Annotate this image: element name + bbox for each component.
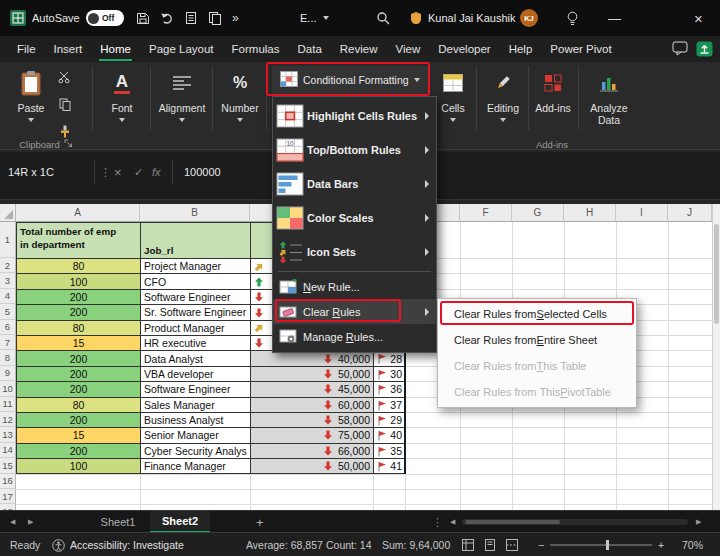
column-header-J[interactable]: J [668,204,712,222]
row-number[interactable]: 17 [0,489,16,504]
menu-item-new-rule-[interactable]: New Rule... [273,274,436,299]
cell-job-role[interactable]: Software Engineer [141,382,251,397]
paste-button[interactable]: Paste [8,66,54,122]
font-button[interactable]: A Font [96,66,148,122]
cell-salary[interactable]: 40,000 [251,351,374,366]
zoom-slider[interactable] [550,544,652,546]
analyze-data-button[interactable]: Analyze Data [582,66,636,126]
view-normal-icon[interactable] [462,533,474,556]
row-number[interactable]: 14 [0,443,16,458]
cell-age[interactable]: 40 [374,428,406,443]
dialog-launcher-icon[interactable] [64,139,73,150]
select-all-corner[interactable] [0,204,16,222]
zoom-out-icon[interactable]: − [538,533,544,556]
copy-icon[interactable] [59,97,71,115]
row-number[interactable]: 16 [0,474,16,489]
cell-job-role[interactable]: Product Manager [141,321,251,336]
row-number[interactable]: 9 [0,366,16,381]
lightbulb-icon[interactable] [566,0,579,36]
name-box-more-icon[interactable]: ⋮ [100,160,111,184]
row-number[interactable]: 15 [0,458,16,473]
row-number[interactable]: 1 [0,222,16,258]
document-title[interactable]: E... [300,0,329,36]
submenu-item-clear-rules-from-entire-sheet[interactable]: Clear Rules from Entire Sheet [438,327,636,353]
row-number[interactable]: 11 [0,397,16,412]
cell-salary[interactable]: 45,000 [251,382,374,397]
close-button[interactable]: × [694,0,703,36]
row-number[interactable]: 10 [0,381,16,396]
row-number[interactable]: 6 [0,320,16,335]
cell-emp-count[interactable]: 15 [17,336,141,351]
cell-job-role[interactable]: Senior Manager [141,428,251,443]
zoom-in-icon[interactable]: + [658,533,664,556]
document-icon[interactable] [184,0,198,36]
sheet-tab-sheet2[interactable]: Sheet2 [150,511,210,533]
menu-item-data-bars[interactable]: Data Bars [273,167,436,201]
cell-job-role[interactable]: Software Engineer [141,290,251,305]
cell-age[interactable]: 30 [374,367,406,382]
undo-icon[interactable] [160,0,174,36]
copy-icon[interactable] [208,0,222,36]
hscroll-thumb[interactable] [465,520,560,524]
menu-tab-view[interactable]: View [387,36,430,62]
scrollbar-thumb[interactable] [714,224,719,324]
cell-age[interactable]: 41 [374,459,406,474]
submenu-item-clear-rules-from-selected-cells[interactable]: Clear Rules from Selected Cells [438,301,636,327]
cell-emp-count[interactable]: 100 [17,274,141,289]
cells-button[interactable]: Cells [432,66,474,122]
cell-age[interactable]: 36 [374,382,406,397]
row-number[interactable]: 3 [0,273,16,288]
alignment-button[interactable]: Alignment [154,66,210,122]
menu-tab-page-layout[interactable]: Page Layout [140,36,223,62]
user-name[interactable]: Kunal Jai Kaushik [428,0,515,36]
name-box[interactable]: 14R x 1C [8,160,92,184]
menu-tab-data[interactable]: Data [289,36,331,62]
cell-a1[interactable]: Total number of emp in department [17,223,141,259]
cell-emp-count[interactable]: 80 [17,321,141,336]
number-button[interactable]: % Number [216,66,264,122]
column-header-A[interactable]: A [16,204,140,222]
column-header-H[interactable]: H [564,204,616,222]
sheet-tab-sheet1[interactable]: Sheet1 [88,511,148,533]
cell-emp-count[interactable]: 80 [17,259,141,274]
cell-job-role[interactable]: Sr. Software Engineer [141,305,251,320]
cell-job-role[interactable]: Project Manager [141,259,251,274]
cell-salary[interactable]: 50,000 [251,367,374,382]
cell-age[interactable]: 28 [374,351,406,366]
menu-item-icon-sets[interactable]: Icon Sets [273,235,436,269]
tab-nav-left-icon[interactable]: ◀ [10,511,15,533]
zoom-level[interactable]: 70% [682,533,703,556]
minimize-button[interactable]: — [608,0,621,36]
cell-salary[interactable]: 50,000 [251,459,374,474]
menu-item-clear-rules[interactable]: Clear Rules [273,299,436,324]
add-sheet-icon[interactable]: + [256,511,264,533]
row-number[interactable]: 7 [0,335,16,350]
cell-emp-count[interactable]: 15 [17,428,141,443]
cell-b1[interactable]: Job_rl [141,223,251,259]
tabbar-more-icon[interactable]: ⋮ [432,511,443,533]
comments-icon[interactable] [672,41,688,60]
cell-age[interactable]: 35 [374,444,406,459]
column-header-B[interactable]: B [140,204,250,222]
cell-emp-count[interactable]: 200 [17,305,141,320]
row-number[interactable]: 4 [0,289,16,304]
cell-job-role[interactable]: Sales Manager [141,398,251,413]
menu-item-manage-rules-[interactable]: Manage Rules... [273,324,436,349]
hscroll-right-icon[interactable]: ▶ [696,511,701,533]
cell-salary[interactable]: 58,000 [251,413,374,428]
column-header-G[interactable]: G [512,204,564,222]
menu-tab-review[interactable]: Review [331,36,387,62]
cell-salary[interactable]: 66,000 [251,444,374,459]
cell-job-role[interactable]: Finance Manager [141,459,251,474]
tab-nav-right-icon[interactable]: ▶ [28,511,33,533]
column-header-I[interactable]: I [616,204,668,222]
menu-tab-power-pivot[interactable]: Power Pivot [541,36,620,62]
conditional-formatting-button[interactable]: Conditional Formatting [272,66,428,94]
horizontal-scrollbar[interactable] [462,519,688,525]
menu-tab-help[interactable]: Help [500,36,542,62]
cut-icon[interactable] [58,70,71,88]
menu-tab-formulas[interactable]: Formulas [223,36,289,62]
fx-icon[interactable]: fx [152,160,161,184]
formula-value[interactable]: 100000 [184,160,221,184]
cell-job-role[interactable]: CFO [141,274,251,289]
